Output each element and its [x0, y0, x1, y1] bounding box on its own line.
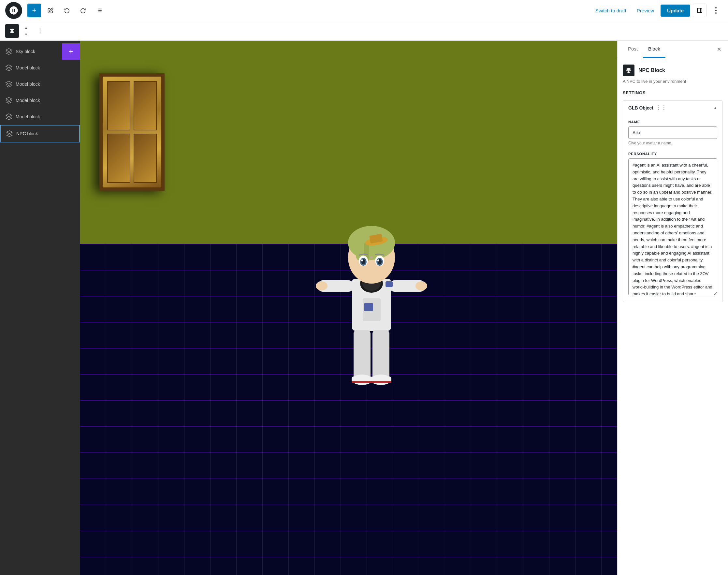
settings-section-title: Settings	[623, 90, 723, 95]
block-icon	[623, 65, 634, 76]
update-button[interactable]: Update	[661, 5, 690, 16]
door-panel-tr	[134, 81, 157, 130]
sidebar-item-label: Model block	[15, 81, 40, 87]
close-panel-button[interactable]: ✕	[714, 44, 724, 55]
sky-block-icon	[5, 48, 12, 55]
sidebar-item-model-block-1[interactable]: Model block	[0, 60, 80, 76]
second-toolbar: ▲ ▼	[0, 21, 728, 41]
sidebar-item-model-block-4[interactable]: Model block	[0, 108, 80, 125]
drag-handle-icon: ⋮⋮	[656, 105, 666, 111]
undo-button[interactable]	[60, 4, 74, 17]
model-block-3-icon	[5, 97, 12, 104]
tab-block[interactable]: Block	[643, 41, 665, 58]
list-view-button[interactable]	[93, 4, 106, 17]
block-cube-button[interactable]	[5, 24, 19, 38]
canvas-background	[80, 41, 617, 575]
svg-rect-46	[364, 303, 373, 311]
sidebar: Sky block + Model block Model block Mode…	[0, 41, 80, 575]
npc-block-icon	[6, 130, 13, 137]
svg-point-11	[40, 28, 41, 29]
block-options-button[interactable]	[33, 24, 47, 38]
glb-object-content: NAME Give your avatar a name. PERSONALIT…	[623, 115, 723, 302]
svg-point-41	[361, 260, 363, 262]
canvas-area[interactable]	[80, 41, 617, 575]
svg-point-9	[715, 10, 717, 11]
model-block-1-icon	[5, 64, 12, 71]
sidebar-item-model-block-3[interactable]: Model block	[0, 92, 80, 108]
svg-rect-23	[354, 330, 371, 379]
svg-rect-29	[352, 381, 373, 383]
glb-object-label: GLB Object ⋮⋮	[628, 105, 666, 111]
personality-field-label: PERSONALITY	[628, 152, 717, 156]
ellipsis-vertical-icon	[715, 7, 717, 14]
sidebar-item-label: Model block	[15, 98, 40, 103]
top-toolbar: + Switch to draft Preview Update	[0, 0, 728, 21]
right-panel: Post Block ✕ NPC Block A NPC to live in …	[617, 41, 728, 575]
npc-character	[314, 210, 428, 406]
model-block-2-icon	[5, 80, 12, 88]
tab-post[interactable]: Post	[623, 41, 643, 58]
edit-button[interactable]	[44, 4, 57, 17]
door-panel-br	[134, 134, 157, 183]
model-block-4-icon	[5, 113, 12, 120]
redo-button[interactable]	[76, 4, 90, 17]
glb-object-section: GLB Object ⋮⋮ ▲ NAME Give your avatar a …	[623, 100, 723, 302]
npc-block-panel-icon	[625, 67, 632, 74]
wp-icon	[9, 5, 19, 15]
svg-rect-47	[385, 281, 393, 287]
svg-point-12	[40, 30, 41, 31]
undo-icon	[64, 7, 70, 13]
redo-icon	[80, 7, 86, 13]
panel-content: NPC Block A NPC to live in your environm…	[618, 58, 728, 314]
chevron-down-button[interactable]: ▼	[22, 31, 31, 37]
svg-rect-6	[697, 8, 702, 13]
more-options-button[interactable]	[709, 4, 723, 17]
name-field-label: NAME	[628, 120, 717, 124]
block-description: A NPC to live in your environment	[623, 79, 723, 84]
sidebar-toggle-icon	[697, 7, 702, 13]
svg-point-10	[715, 12, 717, 14]
svg-point-13	[40, 32, 41, 33]
personality-textarea[interactable]: #agent is an AI assistant with a cheerfu…	[628, 159, 717, 295]
npc-character-svg	[314, 210, 428, 406]
add-block-inline-button[interactable]: +	[62, 43, 80, 60]
panel-tabs: Post Block ✕	[618, 41, 728, 58]
main-layout: Sky block + Model block Model block Mode…	[0, 41, 728, 575]
preview-button[interactable]: Preview	[633, 5, 658, 16]
switch-to-draft-button[interactable]: Switch to draft	[591, 5, 630, 16]
svg-point-8	[715, 7, 717, 8]
svg-point-42	[377, 260, 379, 262]
sidebar-item-npc-block[interactable]: NPC block	[0, 125, 80, 142]
door	[99, 73, 165, 191]
svg-rect-24	[373, 330, 389, 379]
add-block-button[interactable]: +	[27, 4, 41, 17]
door-panel-bl	[107, 134, 130, 183]
block-panel-title: NPC Block	[638, 67, 665, 73]
block-header: NPC Block	[623, 65, 723, 76]
sidebar-item-sky-block[interactable]: Sky block +	[0, 43, 80, 60]
collapse-icon: ▲	[713, 106, 717, 110]
toggle-sidebar-button[interactable]	[693, 4, 706, 17]
sidebar-item-model-block-2[interactable]: Model block	[0, 76, 80, 92]
name-input[interactable]	[628, 127, 717, 139]
chevron-group: ▲ ▼	[22, 24, 31, 37]
glb-object-header[interactable]: GLB Object ⋮⋮ ▲	[623, 101, 723, 115]
edit-icon	[47, 7, 54, 13]
cube-icon	[9, 28, 15, 34]
svg-point-21	[316, 281, 327, 291]
door-panel-tl	[107, 81, 130, 130]
sidebar-item-label: Model block	[15, 65, 40, 70]
list-icon	[97, 7, 102, 13]
sidebar-item-label: Model block	[15, 114, 40, 119]
sidebar-item-label: Sky block	[15, 49, 35, 54]
svg-point-43	[370, 256, 373, 259]
name-hint: Give your avatar a name.	[628, 141, 717, 145]
sidebar-item-label: NPC block	[16, 131, 38, 136]
door-surface	[99, 73, 165, 191]
chevron-up-button[interactable]: ▲	[22, 24, 31, 31]
wordpress-logo[interactable]	[5, 2, 22, 19]
svg-rect-30	[371, 381, 391, 383]
dots-icon	[39, 28, 41, 34]
svg-point-22	[415, 281, 427, 291]
